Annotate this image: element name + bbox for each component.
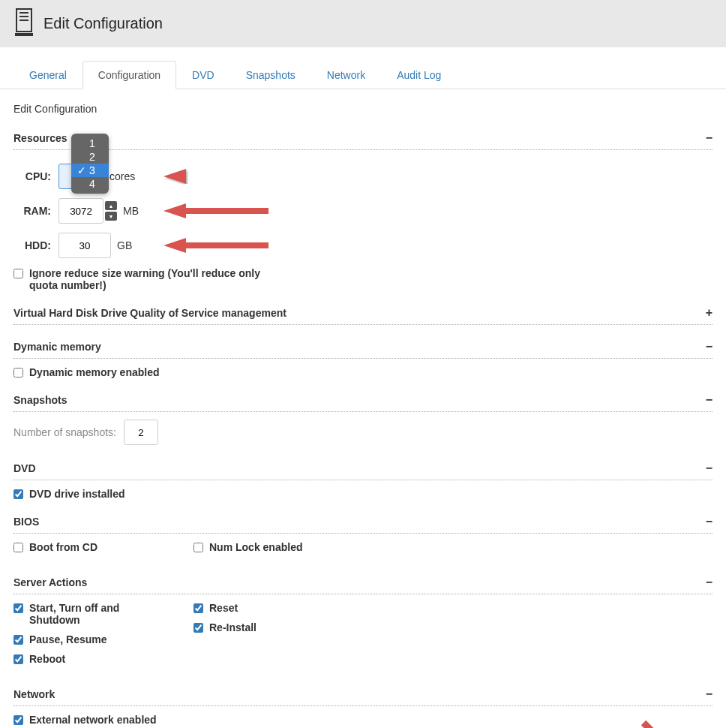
hdd-label: HDD: [14,239,58,251]
cpu-unit: cores [110,170,135,182]
tab-bar: General Configuration DVD Snapshots Netw… [0,61,726,89]
content-subtitle: Edit Configuration [14,103,712,115]
arrow-annotation-icon [636,715,696,728]
svg-marker-8 [164,203,186,218]
section-network-title: Network [14,688,55,700]
collapse-icon: − [706,687,712,701]
ram-label: RAM: [14,205,58,217]
server-icon [14,8,34,40]
section-dynmem-header[interactable]: Dymanic memory − [14,335,712,359]
reboot-checkbox[interactable] [14,654,23,664]
reset-checkbox[interactable] [194,603,203,613]
section-network-header[interactable]: Network − [14,683,712,706]
collapse-icon: − [706,515,712,528]
start-checkbox[interactable] [14,603,23,613]
dynmem-enabled-checkbox[interactable] [14,368,23,378]
section-actions-header[interactable]: Server Actions − [14,571,712,594]
external-net-label: External network enabled [29,714,157,726]
svg-line-11 [644,723,677,728]
reboot-label: Reboot [29,653,65,665]
arrow-annotation-icon [164,203,268,218]
hdd-unit: GB [117,239,132,251]
tab-configuration[interactable]: Configuration [82,61,176,89]
section-bios-header[interactable]: BIOS − [14,510,712,534]
boot-cd-checkbox[interactable] [14,543,23,552]
dvd-installed-checkbox[interactable] [14,489,23,499]
section-dynmem-title: Dymanic memory [14,341,101,353]
expand-icon: + [706,306,712,320]
svg-marker-6 [164,169,186,184]
tab-network[interactable]: Network [311,61,381,89]
pause-checkbox[interactable] [14,635,23,645]
page-header: Edit Configuration [0,0,726,47]
numlock-checkbox[interactable] [194,543,203,552]
tab-general[interactable]: General [14,61,82,89]
ignore-warning-checkbox[interactable] [14,269,23,278]
ignore-warning-label: Ignore reduce size warning (You'll reduc… [29,267,269,291]
ram-unit: MB [123,205,139,217]
collapse-icon: − [706,393,712,407]
reset-label: Reset [209,602,238,614]
cpu-option-1[interactable]: 1 [71,137,109,150]
arrow-annotation-icon [164,238,268,253]
snapshots-count-label: Number of snapshots: [14,426,116,438]
cpu-option-2[interactable]: 2 [71,150,109,164]
section-resources-header[interactable]: Resources − [14,127,712,150]
section-resources-title: Resources [14,132,68,144]
snapshots-count-input[interactable] [124,420,158,445]
dvd-installed-label: DVD drive installed [29,488,125,500]
arrow-annotation-icon [164,169,268,184]
section-vhdd-header[interactable]: Virtual Hard Disk Drive Quality of Servi… [14,302,712,325]
section-bios-title: BIOS [14,516,39,528]
section-snapshots-header[interactable]: Snapshots − [14,389,712,412]
start-label: Start, Turn off and Shutdown [29,602,164,626]
collapse-icon: − [706,131,712,145]
collapse-icon: − [706,340,712,353]
boot-cd-label: Boot from CD [29,541,98,553]
svg-rect-4 [15,33,33,36]
section-vhdd-title: Virtual Hard Disk Drive Quality of Servi… [14,307,286,319]
hdd-input[interactable] [58,233,111,258]
cpu-label: CPU: [14,170,58,182]
external-net-checkbox[interactable] [14,715,23,725]
cpu-option-3[interactable]: 3 [71,164,109,177]
ram-step-up-icon[interactable]: ▲ [105,201,117,210]
cpu-dropdown-menu[interactable]: 1 2 3 4 [71,134,109,194]
ram-step-down-icon[interactable]: ▼ [105,212,117,221]
section-snapshots-title: Snapshots [14,394,68,406]
pause-label: Pause, Resume [29,633,107,645]
cpu-option-4[interactable]: 4 [71,177,109,191]
svg-marker-10 [164,238,186,253]
ram-input[interactable] [58,198,104,224]
dynmem-enabled-label: Dynamic memory enabled [29,366,160,378]
reinstall-label: Re-Install [209,621,256,633]
section-dvd-title: DVD [14,462,36,474]
section-dvd-header[interactable]: DVD − [14,457,712,480]
reinstall-checkbox[interactable] [194,623,203,633]
numlock-label: Num Lock enabled [209,541,302,553]
tab-dvd[interactable]: DVD [176,61,230,89]
page-title: Edit Configuration [44,15,163,32]
tab-audit-log[interactable]: Audit Log [381,61,457,89]
collapse-icon: − [706,462,712,475]
collapse-icon: − [706,576,712,589]
section-actions-title: Server Actions [14,576,87,588]
tab-snapshots[interactable]: Snapshots [230,61,311,89]
